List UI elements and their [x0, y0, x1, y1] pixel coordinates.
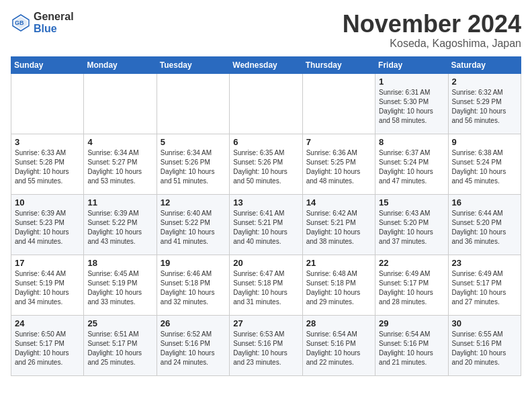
calendar-cell: 7Sunrise: 6:36 AMSunset: 5:25 PMDaylight… [302, 134, 375, 194]
day-info: Sunrise: 6:41 AMSunset: 5:21 PMDaylight:… [233, 209, 298, 246]
day-number: 19 [161, 258, 226, 268]
day-number: 17 [15, 258, 80, 268]
day-info: Sunrise: 6:35 AMSunset: 5:26 PMDaylight:… [233, 148, 298, 186]
day-info: Sunrise: 6:48 AMSunset: 5:18 PMDaylight:… [306, 269, 371, 307]
day-info: Sunrise: 6:43 AMSunset: 5:20 PMDaylight:… [379, 209, 444, 246]
day-number: 25 [87, 318, 152, 328]
location: Koseda, Kagoshima, Japan [343, 38, 521, 50]
calendar-cell: 11Sunrise: 6:39 AMSunset: 5:22 PMDayligh… [84, 194, 157, 255]
svg-text:GB: GB [15, 19, 24, 26]
calendar-cell: 5Sunrise: 6:34 AMSunset: 5:26 PMDaylight… [157, 134, 229, 194]
day-number: 11 [87, 197, 152, 208]
day-number: 30 [452, 318, 517, 328]
weekday-header: Wednesday [230, 56, 302, 73]
calendar-cell: 18Sunrise: 6:45 AMSunset: 5:19 PMDayligh… [84, 255, 157, 315]
calendar-cell: 24Sunrise: 6:50 AMSunset: 5:17 PMDayligh… [11, 315, 84, 375]
calendar-cell: 16Sunrise: 6:44 AMSunset: 5:20 PMDayligh… [448, 194, 521, 255]
day-info: Sunrise: 6:46 AMSunset: 5:18 PMDaylight:… [161, 269, 226, 307]
calendar-cell: 21Sunrise: 6:48 AMSunset: 5:18 PMDayligh… [302, 255, 375, 315]
day-number: 14 [306, 197, 371, 208]
day-info: Sunrise: 6:32 AMSunset: 5:29 PMDaylight:… [452, 88, 517, 126]
calendar-cell: 6Sunrise: 6:35 AMSunset: 5:26 PMDaylight… [230, 134, 302, 194]
calendar-cell: 10Sunrise: 6:39 AMSunset: 5:23 PMDayligh… [11, 194, 84, 255]
day-info: Sunrise: 6:44 AMSunset: 5:19 PMDaylight:… [15, 269, 80, 307]
day-info: Sunrise: 6:36 AMSunset: 5:25 PMDaylight:… [306, 148, 371, 186]
day-number: 24 [15, 318, 80, 328]
calendar-cell: 3Sunrise: 6:33 AMSunset: 5:28 PMDaylight… [11, 134, 84, 194]
calendar-cell: 12Sunrise: 6:40 AMSunset: 5:22 PMDayligh… [157, 194, 229, 255]
day-info: Sunrise: 6:54 AMSunset: 5:16 PMDaylight:… [306, 330, 371, 367]
day-number: 10 [15, 197, 80, 208]
calendar-cell: 14Sunrise: 6:42 AMSunset: 5:21 PMDayligh… [302, 194, 375, 255]
day-info: Sunrise: 6:49 AMSunset: 5:17 PMDaylight:… [379, 269, 444, 307]
day-info: Sunrise: 6:40 AMSunset: 5:22 PMDaylight:… [161, 209, 226, 246]
day-info: Sunrise: 6:53 AMSunset: 5:16 PMDaylight:… [233, 330, 298, 367]
day-info: Sunrise: 6:37 AMSunset: 5:24 PMDaylight:… [379, 148, 444, 186]
day-number: 1 [379, 77, 444, 87]
calendar-cell: 23Sunrise: 6:49 AMSunset: 5:17 PMDayligh… [448, 255, 521, 315]
weekday-header: Tuesday [157, 56, 229, 73]
day-info: Sunrise: 6:45 AMSunset: 5:19 PMDaylight:… [87, 269, 152, 307]
calendar-week-row: 10Sunrise: 6:39 AMSunset: 5:23 PMDayligh… [11, 194, 521, 255]
calendar-cell: 8Sunrise: 6:37 AMSunset: 5:24 PMDaylight… [375, 134, 448, 194]
calendar-table: SundayMondayTuesdayWednesdayThursdayFrid… [11, 56, 521, 376]
calendar-cell: 9Sunrise: 6:38 AMSunset: 5:24 PMDaylight… [448, 134, 521, 194]
logo-text: General Blue [34, 11, 74, 34]
day-info: Sunrise: 6:39 AMSunset: 5:23 PMDaylight:… [15, 209, 80, 246]
weekday-header: Friday [375, 56, 448, 73]
calendar-week-row: 3Sunrise: 6:33 AMSunset: 5:28 PMDaylight… [11, 134, 521, 194]
day-info: Sunrise: 6:50 AMSunset: 5:17 PMDaylight:… [15, 330, 80, 367]
day-info: Sunrise: 6:39 AMSunset: 5:22 PMDaylight:… [87, 209, 152, 246]
calendar-cell: 22Sunrise: 6:49 AMSunset: 5:17 PMDayligh… [375, 255, 448, 315]
day-info: Sunrise: 6:34 AMSunset: 5:26 PMDaylight:… [161, 148, 226, 186]
day-number: 4 [87, 137, 152, 147]
calendar-cell: 27Sunrise: 6:53 AMSunset: 5:16 PMDayligh… [230, 315, 302, 375]
day-info: Sunrise: 6:31 AMSunset: 5:30 PMDaylight:… [379, 88, 444, 126]
day-number: 9 [452, 137, 517, 147]
day-info: Sunrise: 6:33 AMSunset: 5:28 PMDaylight:… [15, 148, 80, 186]
day-info: Sunrise: 6:38 AMSunset: 5:24 PMDaylight:… [452, 148, 517, 186]
day-number: 16 [452, 197, 517, 208]
day-number: 8 [379, 137, 444, 147]
calendar-cell [11, 73, 84, 134]
calendar-cell: 26Sunrise: 6:52 AMSunset: 5:16 PMDayligh… [157, 315, 229, 375]
calendar-cell [302, 73, 375, 134]
title-block: November 2024 Koseda, Kagoshima, Japan [343, 11, 521, 50]
day-number: 15 [379, 197, 444, 208]
day-number: 12 [161, 197, 226, 208]
day-info: Sunrise: 6:55 AMSunset: 5:16 PMDaylight:… [452, 330, 517, 367]
calendar-cell: 13Sunrise: 6:41 AMSunset: 5:21 PMDayligh… [230, 194, 302, 255]
day-number: 21 [306, 258, 371, 268]
calendar-cell: 1Sunrise: 6:31 AMSunset: 5:30 PMDaylight… [375, 73, 448, 134]
logo-icon: GB [11, 13, 31, 33]
calendar-cell: 20Sunrise: 6:47 AMSunset: 5:18 PMDayligh… [230, 255, 302, 315]
day-number: 22 [379, 258, 444, 268]
day-info: Sunrise: 6:44 AMSunset: 5:20 PMDaylight:… [452, 209, 517, 246]
calendar-cell: 28Sunrise: 6:54 AMSunset: 5:16 PMDayligh… [302, 315, 375, 375]
calendar-cell [84, 73, 157, 134]
calendar-header-row: SundayMondayTuesdayWednesdayThursdayFrid… [11, 56, 521, 73]
day-info: Sunrise: 6:54 AMSunset: 5:16 PMDaylight:… [379, 330, 444, 367]
calendar-cell: 29Sunrise: 6:54 AMSunset: 5:16 PMDayligh… [375, 315, 448, 375]
calendar-cell: 2Sunrise: 6:32 AMSunset: 5:29 PMDaylight… [448, 73, 521, 134]
day-number: 5 [161, 137, 226, 147]
day-number: 6 [233, 137, 298, 147]
day-number: 13 [233, 197, 298, 208]
day-number: 18 [87, 258, 152, 268]
day-number: 3 [15, 137, 80, 147]
day-info: Sunrise: 6:51 AMSunset: 5:17 PMDaylight:… [87, 330, 152, 367]
calendar-cell: 19Sunrise: 6:46 AMSunset: 5:18 PMDayligh… [157, 255, 229, 315]
calendar-week-row: 24Sunrise: 6:50 AMSunset: 5:17 PMDayligh… [11, 315, 521, 375]
day-number: 7 [306, 137, 371, 147]
day-number: 23 [452, 258, 517, 268]
weekday-header: Thursday [302, 56, 375, 73]
day-number: 28 [306, 318, 371, 328]
logo-blue-text: Blue [34, 23, 74, 35]
day-number: 20 [233, 258, 298, 268]
page-header: GB General Blue November 2024 Koseda, Ka… [11, 11, 521, 50]
calendar-cell: 4Sunrise: 6:34 AMSunset: 5:27 PMDaylight… [84, 134, 157, 194]
day-info: Sunrise: 6:52 AMSunset: 5:16 PMDaylight:… [161, 330, 226, 367]
calendar-cell: 17Sunrise: 6:44 AMSunset: 5:19 PMDayligh… [11, 255, 84, 315]
weekday-header: Monday [84, 56, 157, 73]
day-info: Sunrise: 6:42 AMSunset: 5:21 PMDaylight:… [306, 209, 371, 246]
